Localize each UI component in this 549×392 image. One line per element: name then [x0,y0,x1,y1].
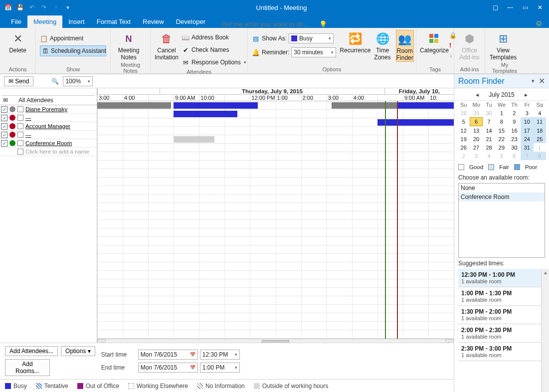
check-names-button[interactable]: ✔Check Names [182,44,246,55]
time-zones-button[interactable]: 🌐 Time Zones [374,30,390,61]
calendar-day[interactable]: 26 [457,143,470,152]
ribbon-options-icon[interactable]: ▢ [491,4,499,11]
tab-insert[interactable]: Insert [62,15,91,28]
office-addins-button[interactable]: ⬢ Office Add-ins [458,30,481,61]
tab-file[interactable]: File [5,15,27,28]
calendar-day[interactable]: 23 [508,135,521,143]
prev-month-icon[interactable]: ◂ [476,91,479,98]
calendar-day[interactable]: 4 [483,152,495,160]
add-attendees-button[interactable]: Add Attendees... [5,346,58,356]
calendar-day[interactable]: 28 [483,143,495,152]
calendar-day[interactable]: 22 [495,135,508,143]
horizontal-scrollbar[interactable]: ◂ ▸ [97,339,454,343]
calendar-day[interactable]: 20 [470,135,482,143]
show-as-dropdown[interactable]: Busy▾ [289,33,334,43]
send-button[interactable]: ✉ Send [4,76,33,86]
room-finder-button[interactable]: 👥 Room Finder [396,30,414,62]
calendar-day[interactable]: 8 [495,117,508,126]
zoom-icon[interactable]: 🔍 [51,78,59,85]
qat-arrow-icon[interactable]: ↑ [52,3,60,11]
attendee-row[interactable]: ✓ — [0,114,97,122]
calendar-day[interactable]: 15 [495,126,508,135]
calendar-day[interactable]: 29 [470,109,482,117]
minimize-icon[interactable]: — [506,4,514,11]
suggested-time-item[interactable]: 12:30 PM - 1:00 PM1 available room [458,269,541,287]
maximize-icon[interactable]: ▭ [521,4,529,11]
tab-review[interactable]: Review [137,15,170,28]
calendar-day[interactable]: 2 [457,152,470,160]
cancel-invitation-button[interactable]: 🗑 Cancel Invitation [155,30,179,61]
suggested-time-item[interactable]: 2:30 PM - 3:00 PM1 available room [458,343,541,361]
calendar-day[interactable]: 24 [521,135,533,143]
calendar-day[interactable]: 11 [534,117,546,126]
calendar-day[interactable]: 6 [508,152,521,160]
attendee-row[interactable]: ✓ — [0,131,97,139]
tab-format-text[interactable]: Format Text [91,15,137,28]
suggested-times-list[interactable]: 12:30 PM - 1:00 PM1 available room1:00 P… [458,269,541,392]
recurrence-button[interactable]: 🔁 Recurrence [341,30,369,54]
end-date-field[interactable]: Mon 7/6/2015📅 [138,363,198,373]
attendee-checkbox[interactable]: ✓ [1,140,7,147]
calendar-day[interactable]: 31 [521,143,533,152]
calendar-day[interactable]: 4 [534,109,546,117]
meeting-selection-marker[interactable] [385,101,398,339]
categorize-button[interactable]: Categorize [420,30,448,54]
calendar-day[interactable]: 3 [521,109,533,117]
feedback-smiley-icon[interactable]: ☺ [535,19,543,28]
options-button[interactable]: Options ▾ [61,346,95,356]
end-time-field[interactable]: 1:00 PM▾ [200,363,240,373]
calendar-day[interactable]: 18 [534,126,546,135]
suggested-scrollbar[interactable]: ▴ [541,269,549,392]
calendar-day[interactable]: 1 [495,109,508,117]
tab-developer[interactable]: Developer [170,15,211,28]
attendee-checkbox[interactable]: ✓ [1,123,7,130]
calendar-day[interactable]: 25 [534,135,546,143]
appointment-button[interactable]: 📋 Appointment [40,33,106,44]
room-list-item[interactable]: Conference Room [459,193,545,201]
calendar-day[interactable]: 12 [457,126,470,135]
pane-dropdown-icon[interactable]: ▾ [532,78,535,84]
calendar-day[interactable]: 5 [457,117,470,126]
scroll-left-icon[interactable]: ◂ [97,339,106,343]
delete-button[interactable]: ✕ Delete [4,30,31,54]
meeting-notes-button[interactable]: N Meeting Notes [115,30,143,61]
calendar-day[interactable]: 3 [470,152,482,160]
start-date-field[interactable]: Mon 7/6/2015📅 [138,350,198,360]
undo-icon[interactable]: ↶ [28,3,36,11]
scheduling-assistant-button[interactable]: 🗓 Scheduling Assistant [40,45,106,56]
calendar-day[interactable]: 7 [483,117,495,126]
attendee-row[interactable]: ✓ Conference Room [0,139,97,148]
start-time-field[interactable]: 12:30 PM▾ [200,350,240,360]
calendar-day[interactable]: 5 [495,152,508,160]
close-icon[interactable]: ✕ [536,4,544,11]
calendar-day[interactable]: 27 [470,143,482,152]
calendar-day[interactable]: 28 [457,109,470,117]
attendee-checkbox[interactable]: ✓ [1,132,7,138]
calendar-day[interactable]: 8 [534,152,546,160]
zoom-dropdown[interactable]: 100%▾ [63,76,93,86]
tell-me-box[interactable]: 💡 [221,20,535,28]
save-icon[interactable]: 💾 [16,3,24,11]
calendar-day[interactable]: 17 [521,126,533,135]
attendee-row[interactable]: ✓ Account Manager [0,122,97,131]
calendar-day[interactable]: 30 [508,143,521,152]
scroll-right-icon[interactable]: ▸ [445,339,454,343]
calendar-day[interactable]: 21 [483,135,495,143]
calendar-day[interactable]: 13 [470,126,482,135]
pane-close-icon[interactable]: ✕ [539,76,545,86]
attendee-checkbox[interactable]: ✓ [1,106,7,113]
calendar-day[interactable]: 9 [508,117,521,126]
calendar-day[interactable]: 2 [508,109,521,117]
next-month-icon[interactable]: ▸ [525,91,528,98]
view-templates-button[interactable]: ⊞ View Templates [489,30,517,61]
schedule-grid[interactable]: Thursday, July 9, 2015 Friday, July 10, … [97,88,454,343]
calendar-day[interactable]: 6 [470,117,482,126]
suggested-time-item[interactable]: 2:00 PM - 2:30 PM1 available room [458,324,541,343]
response-options-button[interactable]: ✉Response Options▾ [182,57,246,68]
reminder-dropdown[interactable]: 30 minutes▾ [291,47,336,57]
attendee-checkbox[interactable]: ✓ [1,115,7,121]
tell-me-input[interactable] [221,20,311,28]
calendar-day[interactable]: 29 [495,143,508,152]
suggested-time-item[interactable]: 1:30 PM - 2:00 PM1 available room [458,306,541,324]
calendar-day[interactable]: 7 [521,152,533,160]
